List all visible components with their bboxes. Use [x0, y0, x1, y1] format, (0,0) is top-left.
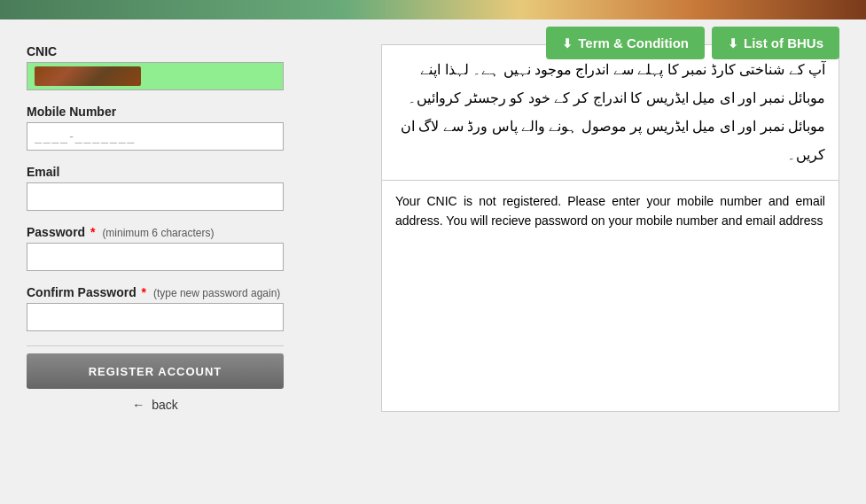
- confirm-password-group: Confirm Password * (type new password ag…: [27, 285, 363, 331]
- english-text-box: Your CNIC is not registered. Please ente…: [382, 181, 839, 242]
- register-account-button[interactable]: REGISTER ACCOUNT: [27, 353, 284, 389]
- list-of-bhus-label: List of BHUs: [744, 35, 823, 50]
- cnic-label: CNIC: [27, 44, 363, 58]
- cnic-masked-value: [35, 66, 141, 86]
- confirm-password-hint: (type new password again): [153, 287, 280, 299]
- back-link[interactable]: ← back: [27, 398, 284, 412]
- cnic-input-container: [27, 62, 284, 90]
- confirm-password-label: Confirm Password * (type new password ag…: [27, 285, 363, 299]
- mobile-number-label: Mobile Number: [27, 105, 363, 119]
- main-container: CNIC Mobile Number Email Password * (min…: [0, 27, 866, 430]
- urdu-text: آپ کے شناختی کارڈ نمبر کا پہلے سے اندراج…: [401, 62, 825, 162]
- email-label: Email: [27, 165, 363, 179]
- back-arrow-icon: ←: [132, 398, 144, 412]
- cnic-group: CNIC: [27, 44, 363, 90]
- mobile-number-input[interactable]: [27, 122, 284, 151]
- urdu-text-box: آپ کے شناختی کارڈ نمبر کا پہلے سے اندراج…: [382, 45, 839, 181]
- mobile-number-group: Mobile Number: [27, 105, 363, 151]
- term-condition-label: Term & Condition: [578, 35, 689, 50]
- info-panel: آپ کے شناختی کارڈ نمبر کا پہلے سے اندراج…: [381, 44, 839, 412]
- email-input[interactable]: [27, 182, 284, 211]
- top-banner: [0, 0, 866, 19]
- top-buttons-container: ⬇ Term & Condition ⬇ List of BHUs: [546, 27, 839, 59]
- password-input[interactable]: [27, 243, 284, 271]
- list-of-bhus-button[interactable]: ⬇ List of BHUs: [712, 27, 839, 59]
- separator-line: [27, 345, 284, 346]
- password-group: Password * (minimum 6 characters): [27, 225, 363, 271]
- download-icon-bhus: ⬇: [728, 36, 738, 50]
- password-label: Password * (minimum 6 characters): [27, 225, 363, 239]
- term-condition-button[interactable]: ⬇ Term & Condition: [546, 27, 705, 59]
- confirm-password-input[interactable]: [27, 303, 284, 331]
- download-icon-term: ⬇: [562, 36, 573, 50]
- english-text: Your CNIC is not registered. Please ente…: [395, 194, 825, 228]
- confirm-password-required-star: *: [142, 285, 146, 299]
- email-group: Email: [27, 165, 363, 211]
- form-panel: CNIC Mobile Number Email Password * (min…: [27, 44, 363, 412]
- password-required-star: *: [90, 225, 95, 239]
- back-label: back: [152, 398, 178, 412]
- password-hint: (minimum 6 characters): [102, 227, 214, 239]
